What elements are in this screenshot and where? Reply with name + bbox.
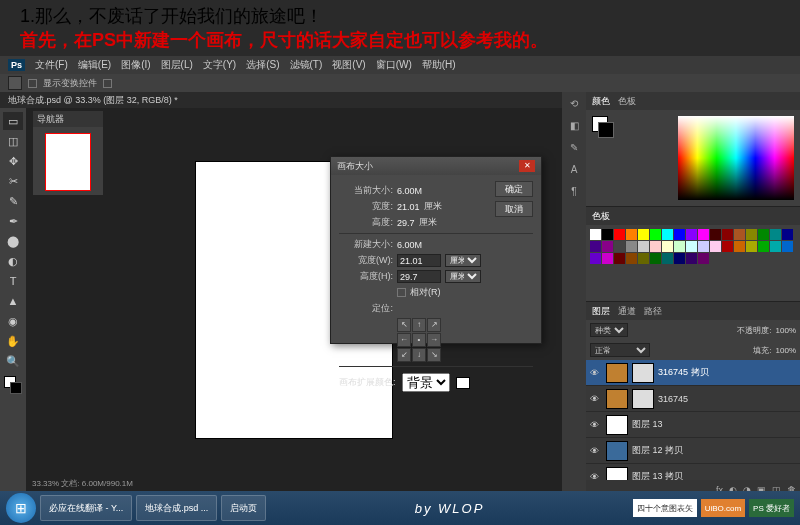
fill-value[interactable]: 100% bbox=[776, 346, 796, 355]
eyedropper-tool[interactable]: ◉ bbox=[3, 312, 23, 330]
swatch-color[interactable] bbox=[758, 229, 769, 240]
layer-row[interactable]: 👁图层 13 bbox=[586, 412, 800, 438]
swatch-color[interactable] bbox=[638, 253, 649, 264]
color-spectrum[interactable] bbox=[678, 116, 794, 200]
swatch-color[interactable] bbox=[782, 241, 793, 252]
swatch-color[interactable] bbox=[746, 241, 757, 252]
channels-tab[interactable]: 通道 bbox=[618, 305, 636, 318]
layer-mask[interactable] bbox=[632, 389, 654, 409]
swatch-color[interactable] bbox=[710, 229, 721, 240]
history-icon[interactable]: ⟲ bbox=[566, 98, 582, 114]
menu-type[interactable]: 文字(Y) bbox=[203, 58, 236, 72]
swatch-color[interactable] bbox=[734, 241, 745, 252]
new-width-unit-select[interactable]: 厘米 bbox=[445, 254, 481, 267]
swatch-color[interactable] bbox=[662, 241, 673, 252]
transform-checkbox[interactable] bbox=[103, 79, 112, 88]
layer-row[interactable]: 👁图层 13 拷贝 bbox=[586, 464, 800, 480]
swatch-grid[interactable] bbox=[586, 225, 800, 301]
swatch-color[interactable] bbox=[626, 229, 637, 240]
menu-image[interactable]: 图像(I) bbox=[121, 58, 150, 72]
swatch-color[interactable] bbox=[650, 229, 661, 240]
swatch-color[interactable] bbox=[602, 229, 613, 240]
swatch-color[interactable] bbox=[722, 229, 733, 240]
move-tool[interactable]: ▭ bbox=[3, 112, 23, 130]
swatch-color[interactable] bbox=[722, 241, 733, 252]
zoom-tool[interactable]: 🔍 bbox=[3, 352, 23, 370]
document-tab[interactable]: 地球合成.psd @ 33.3% (图层 32, RGB/8) * bbox=[0, 92, 186, 108]
start-button[interactable]: ⊞ bbox=[6, 493, 36, 523]
layer-kind-select[interactable]: 种类 bbox=[590, 323, 628, 337]
dodge-tool[interactable]: ◐ bbox=[3, 252, 23, 270]
relative-checkbox[interactable] bbox=[397, 288, 406, 297]
properties-icon[interactable]: ◧ bbox=[566, 120, 582, 136]
swatch-color[interactable] bbox=[674, 253, 685, 264]
pen-tool[interactable]: ✒ bbox=[3, 212, 23, 230]
layer-thumbnail[interactable] bbox=[606, 467, 628, 481]
swatch-color[interactable] bbox=[674, 229, 685, 240]
swatch-color[interactable] bbox=[602, 253, 613, 264]
swatch-color[interactable] bbox=[638, 241, 649, 252]
visibility-icon[interactable]: 👁 bbox=[590, 446, 602, 456]
swatch-color[interactable] bbox=[686, 241, 697, 252]
anchor-grid[interactable]: ↖↑↗ ←•→ ↙↓↘ bbox=[397, 318, 533, 362]
color-tab[interactable]: 颜色 bbox=[592, 95, 610, 108]
menu-edit[interactable]: 编辑(E) bbox=[78, 58, 111, 72]
menu-file[interactable]: 文件(F) bbox=[35, 58, 68, 72]
navigator-panel[interactable]: 导航器 bbox=[32, 110, 104, 196]
hand-tool[interactable]: ✋ bbox=[3, 332, 23, 350]
swatch-color[interactable] bbox=[590, 241, 601, 252]
layer-thumbnail[interactable] bbox=[606, 389, 628, 409]
swatch-color[interactable] bbox=[602, 241, 613, 252]
cancel-button[interactable]: 取消 bbox=[495, 201, 533, 217]
swatch-color[interactable] bbox=[770, 229, 781, 240]
swatch-color[interactable] bbox=[710, 241, 721, 252]
layer-thumbnail[interactable] bbox=[606, 415, 628, 435]
visibility-icon[interactable]: 👁 bbox=[590, 472, 602, 481]
swatch-color[interactable] bbox=[686, 229, 697, 240]
brush-tool[interactable]: ✎ bbox=[3, 192, 23, 210]
color-panel-swatch[interactable] bbox=[592, 116, 614, 138]
lasso-tool[interactable]: ✥ bbox=[3, 152, 23, 170]
menu-help[interactable]: 帮助(H) bbox=[422, 58, 456, 72]
menu-view[interactable]: 视图(V) bbox=[332, 58, 365, 72]
task-2[interactable]: 地球合成.psd ... bbox=[136, 495, 217, 521]
ext-color-select[interactable]: 背景 bbox=[402, 373, 450, 392]
layer-row[interactable]: 👁316745 bbox=[586, 386, 800, 412]
para-icon[interactable]: ¶ bbox=[566, 186, 582, 202]
blend-mode-select[interactable]: 正常 bbox=[590, 343, 650, 357]
swatch-color[interactable] bbox=[614, 229, 625, 240]
ext-color-swatch[interactable] bbox=[456, 377, 470, 389]
visibility-icon[interactable]: 👁 bbox=[590, 368, 602, 378]
layer-thumbnail[interactable] bbox=[606, 363, 628, 383]
swatch-color[interactable] bbox=[626, 241, 637, 252]
new-height-unit-select[interactable]: 厘米 bbox=[445, 270, 481, 283]
menu-layer[interactable]: 图层(L) bbox=[161, 58, 193, 72]
new-width-input[interactable] bbox=[397, 254, 441, 267]
opacity-value[interactable]: 100% bbox=[776, 326, 796, 335]
swatch-color[interactable] bbox=[698, 241, 709, 252]
layer-mask[interactable] bbox=[632, 363, 654, 383]
swatch-color[interactable] bbox=[746, 229, 757, 240]
layer-list[interactable]: 👁316745 拷贝👁316745👁图层 13👁图层 12 拷贝👁图层 13 拷… bbox=[586, 360, 800, 480]
swatch-color[interactable] bbox=[614, 241, 625, 252]
paths-tab[interactable]: 路径 bbox=[644, 305, 662, 318]
menu-filter[interactable]: 滤镜(T) bbox=[290, 58, 323, 72]
swatch-color[interactable] bbox=[686, 253, 697, 264]
swatch-color[interactable] bbox=[590, 229, 601, 240]
task-3[interactable]: 启动页 bbox=[221, 495, 266, 521]
task-1[interactable]: 必应在线翻译 - Y... bbox=[40, 495, 132, 521]
swatch-color[interactable] bbox=[698, 229, 709, 240]
menu-select[interactable]: 选择(S) bbox=[246, 58, 279, 72]
swatch-color[interactable] bbox=[662, 229, 673, 240]
new-height-input[interactable] bbox=[397, 270, 441, 283]
swatch-color[interactable] bbox=[674, 241, 685, 252]
swatch-color[interactable] bbox=[734, 229, 745, 240]
layer-row[interactable]: 👁图层 12 拷贝 bbox=[586, 438, 800, 464]
swatch-color[interactable] bbox=[662, 253, 673, 264]
swatches-tab-top[interactable]: 色板 bbox=[618, 95, 636, 108]
swatch-color[interactable] bbox=[650, 241, 661, 252]
type-tool[interactable]: T bbox=[3, 272, 23, 290]
swatch-color[interactable] bbox=[698, 253, 709, 264]
ok-button[interactable]: 确定 bbox=[495, 181, 533, 197]
menu-window[interactable]: 窗口(W) bbox=[376, 58, 412, 72]
